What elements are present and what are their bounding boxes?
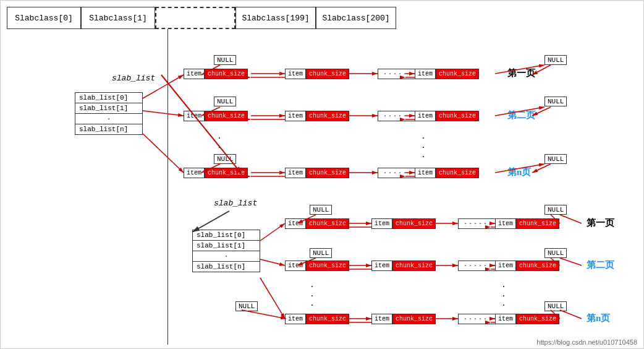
svg-line-31 bbox=[260, 223, 285, 241]
item-row-bot-9: item chunk_size bbox=[495, 314, 559, 324]
item-row-top-2: item chunk_size bbox=[285, 69, 349, 79]
null-bot-row2-left: NULL bbox=[310, 248, 332, 258]
item-row-bot-3: item chunk_size bbox=[495, 218, 559, 229]
item-row-top-3: item chunk_size bbox=[415, 69, 479, 79]
header-row: Slabclass[0] Slabclass[1] Slabclass[199]… bbox=[7, 7, 637, 29]
svg-line-50 bbox=[242, 310, 286, 319]
item-row-bot-4: item chunk_size bbox=[285, 261, 349, 271]
svg-line-40 bbox=[260, 259, 285, 265]
item-cell-tn-2: item bbox=[285, 168, 306, 178]
item-cell-t2-1: item bbox=[184, 111, 205, 121]
slab-list-box-bottom: slab_list[0] slab_list[1] · slab_list[n] bbox=[192, 230, 260, 272]
null-top-row2-right: NULL bbox=[544, 97, 567, 106]
slab-list-label-top: slab_list bbox=[112, 74, 155, 83]
svg-line-12 bbox=[143, 111, 184, 116]
slab-list-box-top: slab_list[0] slab_list[1] · slab_list[n] bbox=[75, 92, 143, 135]
url-label: https://blog.csdn.net/u010710458 bbox=[536, 338, 637, 346]
item-row-top-4: item chunk_size bbox=[184, 111, 248, 121]
svg-line-38 bbox=[560, 215, 582, 223]
item-cell-b1-2: item bbox=[371, 218, 392, 229]
chunk-cell-b1-1: chunk_size bbox=[306, 218, 349, 229]
item-row-top-7: item chunk_size bbox=[184, 168, 248, 178]
slab-list-bottom-dots: · bbox=[193, 251, 260, 262]
item-cell-b2-1: item bbox=[285, 261, 306, 271]
svg-line-56 bbox=[560, 310, 582, 319]
chunk-cell-bn-1: chunk_size bbox=[306, 314, 349, 324]
svg-line-30 bbox=[192, 211, 229, 232]
chunk-cell-t2-2: chunk_size bbox=[306, 111, 349, 121]
slab-list-bottom-1: slab_list[1] bbox=[193, 241, 260, 251]
item-cell-bn-1: item bbox=[285, 314, 306, 324]
null-top-row1-right: NULL bbox=[544, 55, 567, 65]
item-row-bot-7: item chunk_size bbox=[285, 314, 349, 324]
item-row-top-9: item chunk_size bbox=[415, 168, 479, 178]
item-cell-bn-2: item bbox=[371, 314, 392, 324]
null-bot-rown-right: NULL bbox=[544, 301, 567, 311]
pagen-label-bot: 第n页 bbox=[587, 312, 610, 324]
slab-list-top-n: slab_list[n] bbox=[75, 124, 142, 134]
item-cell-bn-3: item bbox=[495, 314, 516, 324]
item-row-bot-6: item chunk_size bbox=[495, 261, 559, 271]
null-bot-row2-right: NULL bbox=[544, 248, 567, 258]
null-bot-row1-left: NULL bbox=[310, 205, 332, 215]
null-bot-rown-left: NULL bbox=[235, 301, 258, 311]
chunk-cell-t2-1: chunk_size bbox=[205, 111, 248, 121]
slab-list-bottom-n: slab_list[n] bbox=[193, 262, 260, 272]
null-top-row1-left: NULL bbox=[214, 55, 236, 65]
v-dots-top2: ··· bbox=[421, 134, 426, 162]
item-row-bot-5: item chunk_size bbox=[371, 261, 436, 271]
chunk-cell-tn-1: chunk_size bbox=[205, 168, 248, 178]
item-cell-t1-3: item bbox=[415, 69, 436, 79]
null-top-rown-right: NULL bbox=[544, 154, 567, 164]
v-dots-bot2: ··· bbox=[501, 282, 506, 310]
item-row-top-6: item chunk_size bbox=[415, 111, 479, 121]
null-top-row2-left: NULL bbox=[214, 97, 236, 106]
slabclass-dotted-header bbox=[155, 7, 235, 29]
chunk-cell-t1-2: chunk_size bbox=[306, 69, 349, 79]
item-row-top-8: item chunk_size bbox=[285, 168, 349, 178]
item-cell-b2-2: item bbox=[371, 261, 392, 271]
chunk-cell-b2-3: chunk_size bbox=[516, 261, 559, 271]
page1-label-top: 第一页 bbox=[507, 67, 535, 79]
slabclass-1-header: Slabclass[1] bbox=[81, 7, 155, 29]
chunk-cell-bn-3: chunk_size bbox=[516, 314, 559, 324]
page1-label-bot: 第一页 bbox=[587, 217, 614, 229]
svg-line-47 bbox=[560, 258, 582, 265]
item-cell-tn-1: item bbox=[184, 168, 205, 178]
diagram-container: Slabclass[0] Slabclass[1] Slabclass[199]… bbox=[0, 0, 644, 349]
item-cell-tn-3: item bbox=[415, 168, 436, 178]
item-row-bot-1: item chunk_size bbox=[285, 218, 349, 229]
chunk-cell-b2-1: chunk_size bbox=[306, 261, 349, 271]
svg-line-29 bbox=[532, 164, 551, 173]
item-cell-b1-3: item bbox=[495, 218, 516, 229]
chunk-cell-b1-2: chunk_size bbox=[392, 218, 436, 229]
item-row-top-5: item chunk_size bbox=[285, 111, 349, 121]
item-cell-t1-2: item bbox=[285, 69, 306, 79]
item-cell-t2-3: item bbox=[415, 111, 436, 121]
vertical-divider bbox=[167, 29, 168, 345]
svg-line-49 bbox=[260, 278, 285, 319]
item-row-top-1: item chunk_size bbox=[184, 69, 248, 79]
slab-list-top-1: slab_list[1] bbox=[75, 103, 142, 114]
chunk-cell-b1-3: chunk_size bbox=[516, 218, 559, 229]
chunk-cell-t2-3: chunk_size bbox=[436, 111, 479, 121]
slab-list-label-bottom: slab_list bbox=[214, 199, 257, 208]
item-cell-b2-3: item bbox=[495, 261, 516, 271]
item-cell-b1-1: item bbox=[285, 218, 306, 229]
chunk-cell-tn-3: chunk_size bbox=[436, 168, 479, 178]
svg-line-21 bbox=[143, 134, 184, 173]
item-row-bot-2: item chunk_size bbox=[371, 218, 436, 229]
item-cell-t1-1: item bbox=[184, 69, 205, 79]
pagen-label-top: 第n页 bbox=[507, 166, 531, 178]
slab-list-top-dots: · bbox=[75, 114, 142, 124]
null-bot-row1-right: NULL bbox=[544, 205, 567, 215]
chunk-cell-tn-2: chunk_size bbox=[306, 168, 349, 178]
v-dots-bot1: ··· bbox=[310, 282, 315, 310]
chunk-cell-t1-3: chunk_size bbox=[436, 69, 479, 79]
item-row-bot-8: item chunk_size bbox=[371, 314, 436, 324]
slab-list-bottom-0: slab_list[0] bbox=[193, 230, 260, 241]
page2-label-top: 第二页 bbox=[507, 110, 535, 121]
chunk-cell-bn-2: chunk_size bbox=[392, 314, 436, 324]
page2-label-bot: 第二页 bbox=[587, 259, 614, 271]
slab-list-top-0: slab_list[0] bbox=[75, 93, 142, 103]
